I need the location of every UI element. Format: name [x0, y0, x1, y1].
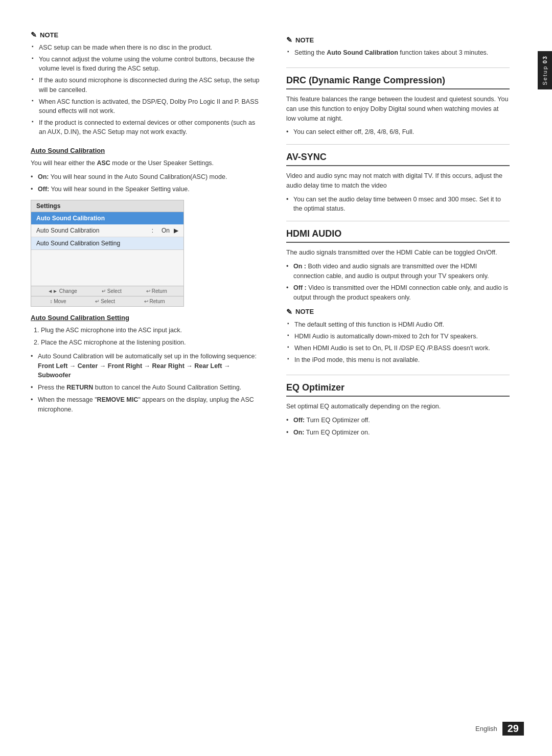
hdmi-note-label: NOTE	[295, 308, 314, 315]
hdmi-bullets: On : Both video and audio signals are tr…	[286, 262, 510, 303]
chapter-number: 03	[542, 55, 548, 63]
eq-bullet-off: Off: Turn EQ Optimizer off.	[286, 416, 510, 425]
left-column: ✎ NOTE ASC setup can be made when there …	[31, 31, 276, 443]
right-column: ✎ NOTE Setting the Auto Sound Calibratio…	[276, 31, 510, 443]
footer-select-2: ↵ Select	[95, 299, 115, 304]
bullet-off: Off: You will hear sound in the Speaker …	[31, 185, 261, 194]
remove-mic-bullet: When the message "REMOVE MIC" appears on…	[31, 395, 261, 415]
footer-move: ↕ Move	[50, 299, 66, 304]
hdmi-heading: HDMI AUDIO	[286, 228, 510, 243]
avsync-heading: AV-SYNC	[286, 152, 510, 166]
right-note-box: ✎ NOTE Setting the Auto Sound Calibratio…	[286, 36, 510, 57]
hdmi-note-item-4: In the iPod mode, this menu is not avail…	[286, 355, 510, 364]
numbered-steps: Plug the ASC microphone into the ASC inp…	[31, 326, 261, 348]
eq-heading: EQ Optimizer	[286, 382, 510, 397]
left-note-title: ✎ NOTE	[31, 31, 261, 39]
eq-bullet-on: On: Turn EQ Optimizer on.	[286, 428, 510, 438]
page-footer: English 29	[475, 722, 524, 736]
drc-bullets: You can select either off, 2/8, 4/8, 6/8…	[286, 127, 510, 137]
screen-highlight-row: Auto Sound Calibration	[31, 212, 183, 224]
screen-header: Settings	[31, 200, 183, 212]
hdmi-off-text: Video is transmitted over the HDMI conne…	[293, 284, 508, 301]
hdmi-note-item-2: HDMI Audio is automatically down-mixed t…	[286, 332, 510, 341]
left-note-item-3: If the auto sound microphone is disconne…	[31, 76, 261, 94]
footer-change: ◄► Change	[48, 288, 77, 294]
auto-sound-calibration-heading: Auto Sound Calibration	[31, 147, 261, 154]
avsync-bullets: You can set the audio delay time between…	[286, 195, 510, 214]
right-note-item-1: Setting the Auto Sound Calibration funct…	[286, 48, 510, 57]
left-note-list: ASC setup can be made when there is no d…	[31, 43, 261, 136]
screen-footer-2: ↕ Move ↵ Select ↩ Return	[31, 296, 183, 306]
divider-hdmi	[286, 221, 510, 221]
bullet-off-text: You will hear sound in the Speaker Setti…	[51, 186, 189, 193]
asc-setting-heading: Auto Sound Calibration Setting	[31, 314, 261, 322]
eq-on-label: On:	[293, 429, 305, 436]
hdmi-note-box: ✎ NOTE The default setting of this funct…	[286, 308, 510, 365]
left-note-item-4: When ASC function is activated, the DSP/…	[31, 97, 261, 116]
sequence-intro: Auto Sound Calibration will be automatic…	[38, 353, 257, 360]
footer-select: ↵ Select	[102, 288, 122, 294]
chapter-label: Setup	[542, 65, 548, 85]
side-tab: 03 Setup	[538, 51, 552, 89]
left-note-item-5: If the product is connected to external …	[31, 118, 261, 136]
left-note-box: ✎ NOTE ASC setup can be made when there …	[31, 31, 261, 136]
left-note-item-2: You cannot adjust the volume using the v…	[31, 55, 261, 73]
sequence-text: Front Left → Center → Front Right → Rear…	[38, 362, 230, 379]
right-note-icon: ✎	[286, 36, 292, 44]
screen-asc-row: Auto Sound Calibration : On ▶	[31, 224, 183, 237]
right-note-title: ✎ NOTE	[286, 36, 510, 44]
bullet-off-label: Off:	[38, 186, 49, 193]
screen-footer: ◄► Change ↵ Select ↩ Return	[31, 286, 183, 296]
asc-setting-bullets: Auto Sound Calibration will be automatic…	[31, 352, 261, 415]
note-icon: ✎	[31, 31, 37, 39]
hdmi-bullet-off: Off : Video is transmitted over the HDMI…	[286, 283, 510, 303]
screen-body	[31, 250, 183, 286]
bullet-on: On: You will hear sound in the Auto Soun…	[31, 172, 261, 182]
screen-asc-value: On	[162, 227, 170, 234]
right-note-list: Setting the Auto Sound Calibration funct…	[286, 48, 510, 57]
eq-on-text: Turn EQ Optimizer on.	[306, 429, 370, 436]
screen-mockup: Settings Auto Sound Calibration Auto Sou…	[31, 200, 184, 307]
left-note-label: NOTE	[40, 31, 58, 39]
step-2: Place the ASC microphone at the listenin…	[41, 338, 261, 348]
hdmi-on-label: On :	[293, 263, 306, 270]
screen-asc-colon: :	[152, 227, 153, 234]
hdmi-note-title: ✎ NOTE	[286, 308, 510, 316]
hdmi-note-list: The default setting of this function is …	[286, 320, 510, 365]
screen-asc-arrow: ▶	[174, 227, 178, 234]
footer-return: ↩ Return	[146, 288, 167, 294]
screen-asc-label: Auto Sound Calibration	[36, 227, 148, 234]
hdmi-note-item-3: When HDMI Audio is set to On, PL II /DSP…	[286, 343, 510, 353]
footer-page-number: 29	[502, 722, 524, 736]
step-1: Plug the ASC microphone into the ASC inp…	[41, 326, 261, 335]
hdmi-on-text: Both video and audio signals are transmi…	[293, 263, 489, 280]
drc-bullet-1: You can select either off, 2/8, 4/8, 6/8…	[286, 127, 510, 137]
eq-off-label: Off:	[293, 417, 305, 424]
avsync-bullet-1: You can set the audio delay time between…	[286, 195, 510, 214]
eq-off-text: Turn EQ Optimizer off.	[306, 417, 370, 424]
hdmi-text: The audio signals transmitted over the H…	[286, 248, 510, 258]
eq-bullets: Off: Turn EQ Optimizer off. On: Turn EQ …	[286, 416, 510, 438]
press-return-bullet: Press the RETURN button to cancel the Au…	[31, 383, 261, 393]
divider-drc	[286, 67, 510, 68]
avsync-text: Video and audio sync may not match with …	[286, 171, 510, 191]
footer-language: English	[475, 725, 497, 732]
screen-sub-row: Auto Sound Calibration Setting	[31, 237, 183, 250]
hdmi-off-label: Off :	[293, 284, 307, 291]
auto-sound-calibration-text: You will hear either the ASC mode or the…	[31, 158, 261, 168]
sequence-bullet: Auto Sound Calibration will be automatic…	[31, 352, 261, 380]
main-content: ✎ NOTE ASC setup can be made when there …	[0, 0, 538, 473]
bullet-on-text: You will hear sound in the Auto Sound Ca…	[51, 173, 227, 180]
drc-heading: DRC (Dynamic Range Compression)	[286, 75, 510, 89]
hdmi-note-item-1: The default setting of this function is …	[286, 320, 510, 329]
eq-text: Set optimal EQ automatically depending o…	[286, 402, 510, 411]
bullet-on-label: On:	[38, 173, 49, 180]
right-note-label: NOTE	[295, 36, 314, 44]
divider-avsync	[286, 144, 510, 145]
hdmi-bullet-on: On : Both video and audio signals are tr…	[286, 262, 510, 281]
drc-text: This feature balances the range between …	[286, 95, 510, 123]
left-note-item-1: ASC setup can be made when there is no d…	[31, 43, 261, 52]
auto-sound-calibration-bullets: On: You will hear sound in the Auto Soun…	[31, 172, 261, 194]
footer-return-2: ↩ Return	[144, 299, 165, 304]
hdmi-note-icon: ✎	[286, 308, 292, 316]
